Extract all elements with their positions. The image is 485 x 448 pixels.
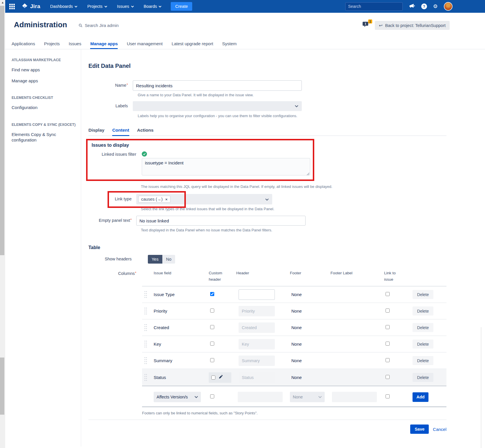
help-icon[interactable]: ? [421,3,427,9]
name-help: Give a name to your Data Panel. It will … [138,93,485,97]
link-to-issue-checkbox[interactable] [386,325,390,329]
global-search-input[interactable] [348,4,401,9]
footer-select[interactable]: None [290,392,325,402]
footer-value: None [291,309,302,313]
col-header-issue-field: Issue field [154,270,209,282]
settings-gear-icon[interactable]: ⚙ [433,4,438,9]
empty-panel-input[interactable] [136,216,306,226]
scrollbar-up-icon[interactable]: ▲ [0,0,5,5]
toggle-yes-button[interactable]: Yes [148,255,162,264]
header-input[interactable] [239,339,275,349]
menu-projects[interactable]: Projects [87,4,107,9]
col-header-link-to-issue: Link to issue [384,270,412,282]
admin-header: Administration Search Jira admin 1 ↩ Bac… [5,13,485,41]
scrollbar-thumb[interactable] [0,6,4,255]
delete-button[interactable]: Delete [413,373,433,382]
back-to-project-button[interactable]: ↩ Back to project: TellurianSupport [375,21,450,30]
user-avatar[interactable] [444,2,453,11]
name-input[interactable] [133,80,302,91]
delete-button[interactable]: Delete [413,290,433,299]
empty-panel-label: Empty panel text* [88,216,136,226]
tab-projects[interactable]: Projects [44,41,60,49]
col-header-footer: Footer [290,270,330,282]
remove-tag-icon[interactable]: × [165,197,168,202]
global-search-box[interactable] [345,2,403,11]
drag-handle-icon[interactable] [144,307,147,315]
announcements-icon[interactable] [409,3,415,10]
linked-issues-filter-label: Linked issues filter [92,151,136,177]
jql-filter-textarea[interactable]: issuetype = Incident [142,158,310,175]
tab-display[interactable]: Display [88,128,104,135]
link-to-issue-checkbox[interactable] [386,292,390,296]
delete-button[interactable]: Delete [413,356,433,365]
save-button[interactable]: Save [410,425,429,434]
link-type-select[interactable]: causes (→) × [136,194,272,204]
sidebar-item-manage-apps[interactable]: Manage apps [12,78,78,84]
admin-sidebar: ATLASSIAN MARKETPLACE Find new apps Mana… [5,49,81,447]
sidebar-item-configuration[interactable]: Configuration [12,105,78,110]
jira-logo[interactable]: Jira [21,2,40,10]
custom-header-checkbox[interactable] [211,376,215,380]
scrollbar-thumb-2[interactable] [0,358,4,415]
custom-header-checkbox[interactable] [210,358,214,362]
header-input[interactable] [239,356,275,366]
chevron-down-icon [104,6,107,8]
required-asterisk: * [127,83,128,86]
drag-handle-icon[interactable] [144,340,147,348]
link-to-issue-checkbox[interactable] [386,375,390,379]
window-scrollbar[interactable]: ▲ [0,0,5,448]
drag-handle-icon[interactable] [144,357,147,364]
delete-button[interactable]: Delete [413,323,433,332]
jira-logo-text: Jira [30,3,40,10]
menu-dashboards[interactable]: Dashboards [50,4,77,9]
custom-header-checkbox[interactable] [210,342,214,346]
edit-pencil-icon[interactable] [219,375,223,380]
sidebar-item-copy-sync-configuration[interactable]: Elements Copy & Sync configuration [12,132,78,143]
app-switcher-icon[interactable] [9,4,15,9]
delete-button[interactable]: Delete [413,306,433,315]
labels-select[interactable] [133,101,302,111]
add-button[interactable]: Add [413,392,428,402]
link-to-issue-checkbox[interactable] [386,309,390,313]
drag-handle-icon[interactable] [144,373,147,381]
search-jira-admin[interactable]: Search Jira admin [79,23,119,28]
header-input[interactable] [238,392,283,402]
issue-field-select[interactable]: Affects Version/s [154,392,201,402]
navbar-right: ? ⚙ [345,2,453,11]
jql-filter-help: The issues matching this JQL query will … [141,184,485,189]
row-field-name: Status [154,375,209,380]
cancel-link[interactable]: Cancel [433,427,446,432]
custom-header-checkbox[interactable] [210,325,214,329]
custom-header-checkbox[interactable] [210,394,214,398]
link-to-issue-checkbox[interactable] [386,358,390,362]
link-to-issue-checkbox[interactable] [386,394,390,398]
tab-issues[interactable]: Issues [69,41,81,49]
tab-system[interactable]: System [222,41,237,49]
tab-manage-apps[interactable]: Manage apps [90,41,118,49]
menu-issues[interactable]: Issues [117,4,134,9]
drag-handle-icon[interactable] [144,324,147,331]
header-input[interactable] [239,306,275,316]
create-button[interactable]: Create [171,2,192,11]
custom-header-checkbox[interactable] [210,292,214,296]
toggle-no-button[interactable]: No [162,255,175,264]
notifications-icon[interactable]: 1 [362,21,371,30]
main-menu: Dashboards Projects Issues Boards [50,4,161,9]
row-field-name: Priority [154,309,209,313]
menu-boards[interactable]: Boards [144,4,162,9]
tab-applications[interactable]: Applications [12,41,35,49]
header-input[interactable] [239,289,275,300]
custom-header-checkbox[interactable] [210,309,214,313]
footer-label-input[interactable] [332,392,377,402]
drag-handle-icon[interactable] [144,291,147,298]
link-to-issue-checkbox[interactable] [386,342,390,346]
link-type-tag: causes (→) × [138,196,170,203]
sidebar-item-find-new-apps[interactable]: Find new apps [12,67,78,73]
tab-latest-upgrade-report[interactable]: Latest upgrade report [172,41,213,49]
tab-user-management[interactable]: User management [127,41,162,49]
tab-content[interactable]: Content [112,128,129,136]
delete-button[interactable]: Delete [413,340,433,349]
header-input[interactable] [239,372,275,383]
tab-actions[interactable]: Actions [137,128,154,135]
header-input[interactable] [239,322,275,333]
